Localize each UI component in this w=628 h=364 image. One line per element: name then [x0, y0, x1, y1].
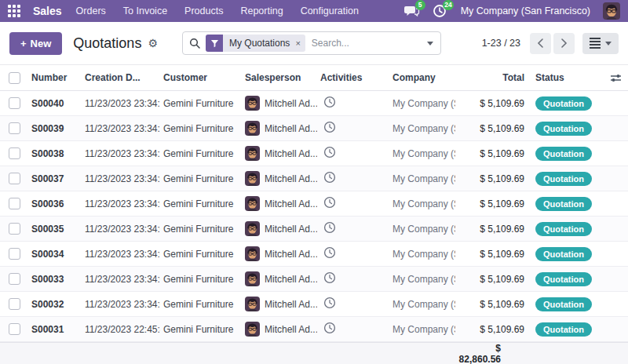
- messages-icon[interactable]: 5: [404, 4, 420, 18]
- activities-systray-icon[interactable]: 24: [433, 4, 448, 18]
- row-checkbox[interactable]: [9, 173, 20, 184]
- user-avatar[interactable]: [603, 2, 620, 20]
- activity-clock-icon[interactable]: [323, 271, 338, 286]
- header-total[interactable]: Total: [455, 72, 529, 83]
- row-checkbox[interactable]: [9, 298, 20, 310]
- select-all-checkbox[interactable]: [9, 72, 20, 84]
- pager-previous-button[interactable]: [530, 33, 551, 54]
- cell-customer: Gemini Furniture: [160, 324, 242, 335]
- footer-total-sum: $ 82,860.56: [455, 343, 529, 364]
- view-settings-gear-icon[interactable]: ⚙: [148, 37, 158, 49]
- cell-number: S00039: [28, 123, 82, 134]
- table-row[interactable]: S00038 11/23/2023 23:34:1 Gemini Furnitu…: [0, 141, 628, 166]
- salesperson-name: Mitchell Ad...: [265, 98, 317, 109]
- cell-total: $ 5,109.69: [455, 249, 529, 260]
- activity-clock-icon[interactable]: [323, 96, 338, 110]
- cell-company: My Company (S...: [389, 224, 455, 235]
- search-input[interactable]: [312, 38, 420, 49]
- activity-clock-icon[interactable]: [323, 121, 338, 135]
- cell-number: S00037: [28, 173, 82, 184]
- header-creation-date[interactable]: Creation D...: [82, 72, 160, 83]
- cell-activities: [317, 146, 389, 161]
- row-checkbox[interactable]: [9, 273, 20, 285]
- cell-status: Quotation: [529, 222, 603, 236]
- header-salesperson[interactable]: Salesperson: [242, 72, 317, 83]
- table-row[interactable]: S00032 11/23/2023 23:34:0 Gemini Furnitu…: [0, 292, 628, 317]
- chevron-down-icon: [605, 42, 612, 46]
- cell-creation-date: 11/23/2023 22:45:4: [82, 324, 160, 335]
- chevron-left-icon: [537, 38, 544, 48]
- table-row[interactable]: S00035 11/23/2023 23:34:0 Gemini Furnitu…: [0, 217, 628, 242]
- pager-next-button[interactable]: [553, 33, 575, 54]
- optional-columns-icon[interactable]: [610, 73, 622, 83]
- status-badge: Quotation: [535, 96, 592, 111]
- table-row[interactable]: S00033 11/23/2023 23:34:0 Gemini Furnitu…: [0, 267, 628, 292]
- salesperson-avatar: [245, 171, 260, 186]
- cell-customer: Gemini Furniture: [160, 198, 242, 209]
- table-row[interactable]: S00040 11/23/2023 23:34:1 Gemini Furnitu…: [0, 91, 628, 116]
- header-number[interactable]: Number: [28, 72, 82, 83]
- app-name-sales[interactable]: Sales: [33, 5, 62, 17]
- salesperson-name: Mitchell Ad...: [265, 123, 317, 134]
- table-row[interactable]: S00037 11/23/2023 23:34:0 Gemini Furnitu…: [0, 166, 628, 191]
- status-badge: Quotation: [535, 147, 592, 161]
- header-status[interactable]: Status: [529, 72, 603, 83]
- row-checkbox[interactable]: [9, 97, 20, 109]
- salesperson-avatar: [245, 271, 260, 286]
- cell-creation-date: 11/23/2023 23:34:0: [82, 249, 160, 260]
- search-dropdown-toggle[interactable]: [420, 32, 440, 54]
- apps-menu-icon[interactable]: [8, 5, 20, 17]
- cell-activities: [317, 171, 389, 186]
- cell-number: S00038: [28, 148, 82, 159]
- activity-clock-icon[interactable]: [323, 246, 338, 260]
- header-activities[interactable]: Activities: [317, 72, 389, 83]
- cell-number: S00040: [28, 98, 82, 109]
- activity-clock-icon[interactable]: [323, 196, 338, 210]
- activity-clock-icon[interactable]: [323, 297, 338, 311]
- activity-clock-icon[interactable]: [323, 221, 338, 235]
- cell-company: My Company (S...: [389, 98, 455, 109]
- salesperson-name: Mitchell Ad...: [265, 249, 317, 260]
- row-checkbox[interactable]: [9, 248, 20, 260]
- menu-to-invoice[interactable]: To Invoice: [120, 4, 170, 18]
- menu-orders[interactable]: Orders: [73, 4, 109, 18]
- cell-salesperson: Mitchell Ad...: [242, 221, 317, 236]
- control-panel: + New Quotations ⚙ My Quotations × 1-23 …: [0, 22, 628, 64]
- status-badge: Quotation: [535, 172, 592, 186]
- cell-activities: [317, 196, 389, 211]
- row-checkbox[interactable]: [9, 323, 20, 335]
- cell-total: $ 5,109.69: [455, 224, 529, 235]
- menu-products[interactable]: Products: [181, 4, 226, 18]
- company-switcher[interactable]: My Company (San Francisco): [461, 5, 590, 16]
- table-row[interactable]: S00031 11/23/2023 22:45:4 Gemini Furnitu…: [0, 317, 628, 342]
- row-checkbox[interactable]: [9, 147, 20, 159]
- row-checkbox[interactable]: [9, 223, 20, 235]
- cell-customer: Gemini Furniture: [160, 224, 242, 235]
- header-company[interactable]: Company: [389, 72, 455, 83]
- facet-remove-icon[interactable]: ×: [295, 38, 300, 48]
- view-switcher-button[interactable]: [582, 33, 619, 54]
- table-row[interactable]: S00036 11/23/2023 23:34:0 Gemini Furnitu…: [0, 191, 628, 217]
- row-checkbox[interactable]: [9, 122, 20, 134]
- activity-clock-icon[interactable]: [323, 146, 338, 160]
- search-facet-my-quotations[interactable]: My Quotations ×: [206, 35, 305, 52]
- chevron-down-icon: [427, 42, 433, 46]
- menu-configuration[interactable]: Configuration: [298, 4, 362, 18]
- status-badge: Quotation: [535, 272, 592, 286]
- salesperson-avatar: [245, 322, 260, 337]
- row-checkbox[interactable]: [9, 198, 20, 209]
- menu-reporting[interactable]: Reporting: [237, 4, 286, 18]
- cell-creation-date: 11/23/2023 23:34:0: [82, 173, 160, 184]
- salesperson-avatar: [245, 146, 260, 161]
- table-row[interactable]: S00039 11/23/2023 23:34:1 Gemini Furnitu…: [0, 116, 628, 141]
- cell-salesperson: Mitchell Ad...: [242, 121, 317, 136]
- header-customer[interactable]: Customer: [160, 72, 242, 83]
- search-bar[interactable]: My Quotations ×: [182, 31, 441, 55]
- cell-company: My Company (S...: [389, 249, 455, 260]
- activity-clock-icon[interactable]: [323, 171, 338, 185]
- activity-clock-icon[interactable]: [323, 322, 338, 336]
- new-button[interactable]: + New: [9, 32, 62, 55]
- salesperson-name: Mitchell Ad...: [265, 224, 317, 235]
- table-row[interactable]: S00034 11/23/2023 23:34:0 Gemini Furnitu…: [0, 242, 628, 267]
- list-view-icon: [590, 38, 601, 49]
